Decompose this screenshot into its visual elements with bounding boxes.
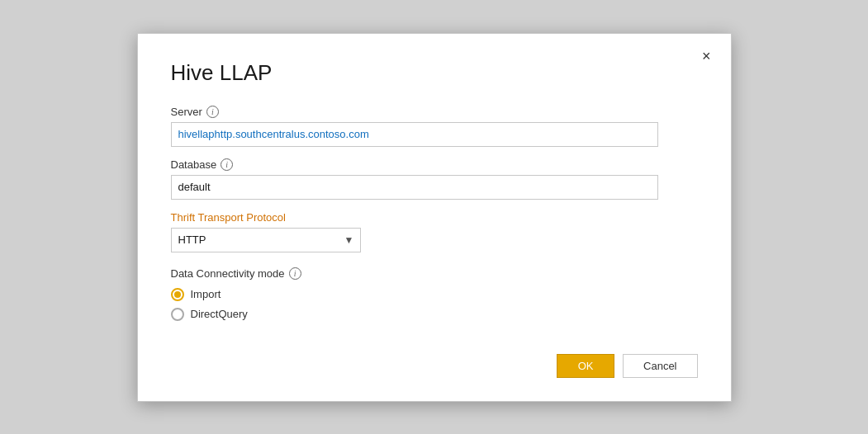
radio-import-label: Import [191,288,221,300]
server-group: Server i [171,106,698,147]
thrift-select-wrapper: HTTP Binary SASL ▼ [171,228,361,252]
database-group: Database i [171,158,698,200]
ok-button[interactable]: OK [557,354,614,378]
server-input[interactable] [171,122,658,147]
radio-directquery[interactable]: DirectQuery [171,308,698,321]
close-button[interactable]: × [697,45,716,67]
connectivity-info-icon: i [289,267,301,280]
thrift-select[interactable]: HTTP Binary SASL [171,228,361,252]
server-label: Server i [171,106,698,118]
thrift-label: Thrift Transport Protocol [171,211,698,224]
cancel-button[interactable]: Cancel [623,354,697,378]
radio-group: Import DirectQuery [171,288,698,321]
connectivity-section: Data Connectivity mode i Import DirectQu… [171,267,698,321]
radio-directquery-indicator [171,308,184,321]
radio-import[interactable]: Import [171,288,698,301]
radio-import-indicator [171,288,184,301]
dialog-footer: OK Cancel [171,337,698,378]
connectivity-label: Data Connectivity mode i [171,267,698,280]
thrift-group: Thrift Transport Protocol HTTP Binary SA… [171,211,698,252]
radio-directquery-label: DirectQuery [191,308,248,320]
server-info-icon: i [206,106,219,118]
database-input[interactable] [171,175,658,200]
radio-import-dot [174,291,181,298]
dialog: × Hive LLAP Server i Database i Thrift T… [137,33,732,402]
database-info-icon: i [221,158,233,171]
database-label: Database i [171,158,698,171]
dialog-title: Hive LLAP [171,60,698,86]
overlay: × Hive LLAP Server i Database i Thrift T… [0,0,868,434]
